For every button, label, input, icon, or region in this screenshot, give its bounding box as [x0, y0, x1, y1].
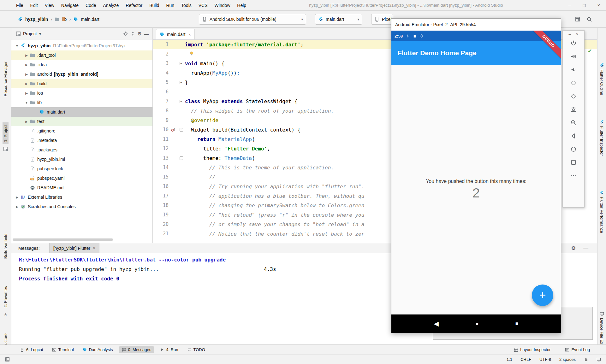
tree-collapsed-arrow-icon[interactable]: ▶ — [24, 54, 29, 57]
tree-collapsed-arrow-icon[interactable]: ▶ — [15, 205, 20, 208]
tree-collapsed-arrow-icon[interactable]: ▶ — [24, 73, 29, 76]
emulator-screenshot-icon[interactable] — [569, 105, 578, 114]
breadcrumb-project[interactable]: hyzp_yibin — [25, 17, 48, 22]
menu-file[interactable]: File — [13, 3, 27, 8]
toolbutton-terminal[interactable]: Terminal — [49, 346, 77, 353]
hide-panel-icon[interactable]: — — [144, 31, 149, 37]
project-header-title[interactable]: Project — [23, 31, 37, 36]
emulator-title-bar[interactable]: Android Emulator - Pixel_2_API_29:5554 — [391, 19, 561, 31]
increment-fab-button[interactable]: + — [532, 285, 553, 306]
status-1-1[interactable]: 1:1 — [507, 357, 512, 362]
tree-item-pubspec-lock[interactable]: pubspec.lock — [11, 164, 152, 173]
menu-run[interactable]: Run — [163, 3, 178, 8]
tree-item-hyzp-yibin[interactable]: ▼hyzp_yibinR:\FlutterProject\FlutterProj… — [11, 41, 152, 50]
toolbutton-layout-inspector[interactable]: Layout Inspector — [511, 346, 553, 353]
toolbutton-4-run[interactable]: 4: Run — [157, 346, 181, 353]
status-crlf[interactable]: CRLF — [520, 357, 531, 362]
menu-edit[interactable]: Edit — [27, 3, 41, 8]
tree-item-main-dart[interactable]: main.dart — [11, 107, 152, 117]
tree-expanded-arrow-icon[interactable]: ▼ — [24, 101, 29, 104]
settings-gear-icon[interactable]: ⚙ — [138, 31, 142, 37]
tree-collapsed-arrow-icon[interactable]: ▶ — [15, 196, 20, 199]
hide-panel-icon[interactable]: — — [583, 245, 588, 251]
nav-home-icon[interactable]: ● — [475, 320, 479, 327]
toolstrip-resource-manager[interactable]: Resource Manager — [0, 59, 11, 99]
tool-window-icon[interactable] — [575, 17, 580, 22]
emulator-back-icon[interactable] — [569, 131, 578, 141]
tree-item-external-libraries[interactable]: ▶External Libraries — [11, 192, 152, 202]
collapse-all-icon[interactable] — [130, 31, 135, 36]
menu-view[interactable]: View — [41, 3, 58, 8]
command-link[interactable]: R:\Flutter\FlutterSDK\flutter\bin\flutte… — [19, 257, 156, 263]
window-layout-icon[interactable] — [5, 357, 10, 362]
toolstrip-flutter-performance[interactable]: Flutter Performance — [597, 191, 606, 233]
toolbutton-6-logcat[interactable]: 6: Logcat — [17, 346, 46, 353]
toolbutton-dart-analysis[interactable]: Dart Analysis — [80, 346, 116, 353]
menu-analyze[interactable]: Analyze — [100, 3, 122, 8]
tree-item--packages[interactable]: .packages — [11, 145, 152, 155]
menu-build[interactable]: Build — [146, 3, 163, 8]
menu-tools[interactable]: Tools — [178, 3, 195, 8]
tree-item--dart-tool[interactable]: ▶.dart_tool — [11, 50, 152, 60]
nav-overview-icon[interactable]: ■ — [515, 321, 519, 326]
tree-expanded-arrow-icon[interactable]: ▼ — [15, 44, 20, 48]
toolstrip-flutter-inspector[interactable]: Flutter Inspector — [597, 120, 606, 156]
lock-icon[interactable] — [584, 357, 588, 362]
tree-item-lib[interactable]: ▼lib — [11, 98, 152, 107]
menu-navigate[interactable]: Navigate — [58, 3, 82, 8]
fold-marker-icon[interactable]: − — [177, 62, 185, 65]
chevron-down-icon[interactable]: ▾ — [39, 31, 42, 37]
tree-collapsed-arrow-icon[interactable]: ▶ — [24, 91, 29, 95]
toolstrip-favorites[interactable]: 2: Favorites ★ — [0, 284, 11, 317]
menu-refactor[interactable]: Refactor — [122, 3, 146, 8]
locate-file-icon[interactable] — [123, 31, 128, 36]
override-marker-icon[interactable] — [169, 127, 177, 132]
run-config-selector[interactable]: main.dart ▾ — [315, 14, 362, 25]
messages-tab-flutter[interactable]: [hyzp_yibin] Flutter × — [49, 243, 99, 253]
nav-back-icon[interactable]: ◀ — [434, 320, 439, 327]
device-selector[interactable]: Android SDK built for x86 (mobile) ▾ — [199, 14, 306, 25]
breadcrumb-dir[interactable]: lib — [62, 17, 67, 22]
target-device-selector[interactable]: Pixel — [371, 14, 393, 25]
toolbutton-0-messages[interactable]: 0: Messages — [119, 346, 154, 353]
tree-item-test[interactable]: ▶test — [11, 117, 152, 126]
emulator-overview-icon[interactable] — [569, 158, 578, 167]
minimize-button[interactable]: – — [569, 32, 571, 37]
emulator-more-icon[interactable] — [569, 171, 578, 180]
tree-item--gitignore[interactable]: .gitignore — [11, 126, 152, 136]
search-icon[interactable] — [586, 16, 592, 22]
menu-code[interactable]: Code — [82, 3, 99, 8]
breadcrumb-file[interactable]: main.dart — [81, 17, 99, 22]
tree-collapsed-arrow-icon[interactable]: ▶ — [24, 82, 29, 85]
emulator-power-icon[interactable] — [569, 38, 578, 48]
editor-tab-main-dart[interactable]: main.dart × — [156, 29, 195, 39]
toolbutton-todo[interactable]: TODO — [184, 346, 208, 353]
settings-gear-icon[interactable]: ⚙ — [571, 245, 576, 251]
toolstrip-flutter-outline[interactable]: Flutter Outline — [597, 63, 606, 95]
indicator-icon[interactable] — [597, 357, 601, 362]
emulator-rotate-left-icon[interactable] — [569, 78, 578, 88]
tree-item-pubspec-yaml[interactable]: YMLpubspec.yaml — [11, 173, 152, 183]
tree-item-scratches-and-consoles[interactable]: ▶Scratches and Consoles — [11, 202, 152, 211]
emulator-screen[interactable]: 2:58 Flutter Demo Home Page You have pus… — [391, 31, 561, 333]
toolstrip-build-variants[interactable]: Build Variants — [0, 232, 11, 261]
fold-marker-icon[interactable]: − — [177, 156, 185, 160]
emulator-volume-up-icon[interactable] — [569, 52, 578, 61]
tree-item-android[interactable]: ▶android[hyzp_yibin_android] — [11, 69, 152, 79]
fold-marker-icon[interactable]: − — [177, 128, 185, 132]
close-button[interactable]: × — [576, 32, 579, 37]
close-tab-icon[interactable]: × — [93, 246, 95, 250]
tree-item-build[interactable]: ▶build — [11, 79, 152, 88]
fold-marker-icon[interactable]: − — [177, 81, 185, 84]
emulator-volume-down-icon[interactable] — [569, 65, 578, 74]
close-button[interactable]: × — [591, 3, 606, 8]
toolstrip-project[interactable]: 1: Project — [0, 122, 11, 151]
minimize-button[interactable]: – — [562, 3, 577, 8]
emulator-home-icon[interactable] — [569, 144, 578, 154]
tree-item--idea[interactable]: ▶.idea — [11, 60, 152, 69]
tree-item-ios[interactable]: ▶ios — [11, 88, 152, 98]
emulator-zoom-icon[interactable] — [569, 118, 578, 127]
fold-marker-icon[interactable]: − — [177, 100, 185, 103]
emulator-rotate-right-icon[interactable] — [569, 91, 578, 101]
status-utf-8[interactable]: UTF-8 — [539, 357, 551, 362]
